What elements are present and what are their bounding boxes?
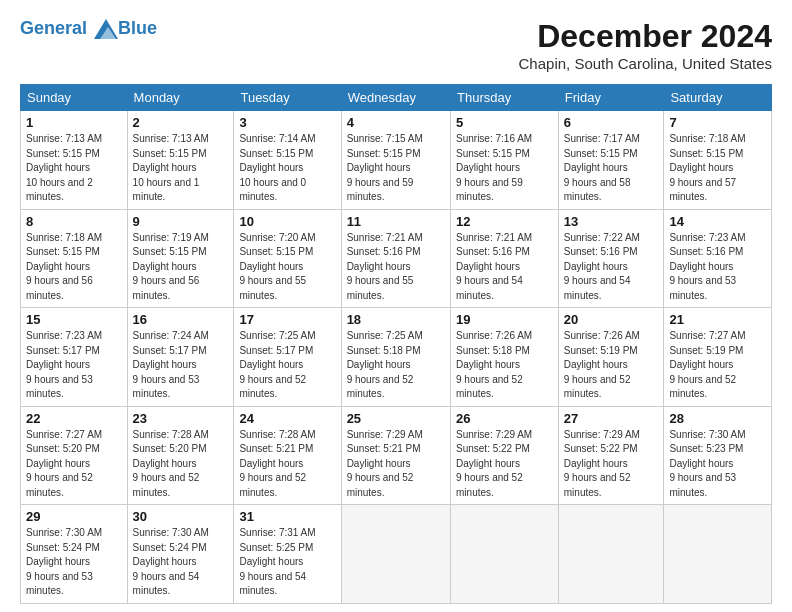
calendar-cell <box>451 505 559 604</box>
day-sun-info: Sunrise: 7:15 AMSunset: 5:15 PMDaylight … <box>347 132 445 205</box>
day-number: 2 <box>133 115 229 130</box>
calendar-cell: 15Sunrise: 7:23 AMSunset: 5:17 PMDayligh… <box>21 308 128 407</box>
calendar-cell <box>341 505 450 604</box>
day-sun-info: Sunrise: 7:18 AMSunset: 5:15 PMDaylight … <box>669 132 766 205</box>
day-number: 29 <box>26 509 122 524</box>
calendar-cell: 24Sunrise: 7:28 AMSunset: 5:21 PMDayligh… <box>234 406 341 505</box>
calendar-body: 1Sunrise: 7:13 AMSunset: 5:15 PMDaylight… <box>21 111 772 604</box>
calendar-cell: 21Sunrise: 7:27 AMSunset: 5:19 PMDayligh… <box>664 308 772 407</box>
day-sun-info: Sunrise: 7:25 AMSunset: 5:18 PMDaylight … <box>347 329 445 402</box>
day-number: 6 <box>564 115 659 130</box>
calendar-cell: 9Sunrise: 7:19 AMSunset: 5:15 PMDaylight… <box>127 209 234 308</box>
calendar-week-3: 15Sunrise: 7:23 AMSunset: 5:17 PMDayligh… <box>21 308 772 407</box>
calendar-cell: 4Sunrise: 7:15 AMSunset: 5:15 PMDaylight… <box>341 111 450 210</box>
calendar-cell: 18Sunrise: 7:25 AMSunset: 5:18 PMDayligh… <box>341 308 450 407</box>
page-header: General Blue December 2024 Chapin, South… <box>20 18 772 72</box>
calendar-cell: 22Sunrise: 7:27 AMSunset: 5:20 PMDayligh… <box>21 406 128 505</box>
calendar-cell: 6Sunrise: 7:17 AMSunset: 5:15 PMDaylight… <box>558 111 664 210</box>
calendar-cell: 8Sunrise: 7:18 AMSunset: 5:15 PMDaylight… <box>21 209 128 308</box>
day-sun-info: Sunrise: 7:28 AMSunset: 5:21 PMDaylight … <box>239 428 335 501</box>
calendar-cell: 12Sunrise: 7:21 AMSunset: 5:16 PMDayligh… <box>451 209 559 308</box>
calendar-cell: 29Sunrise: 7:30 AMSunset: 5:24 PMDayligh… <box>21 505 128 604</box>
day-number: 31 <box>239 509 335 524</box>
calendar-cell: 26Sunrise: 7:29 AMSunset: 5:22 PMDayligh… <box>451 406 559 505</box>
day-sun-info: Sunrise: 7:30 AMSunset: 5:24 PMDaylight … <box>133 526 229 599</box>
day-number: 7 <box>669 115 766 130</box>
day-number: 5 <box>456 115 553 130</box>
weekday-header-thursday: Thursday <box>451 85 559 111</box>
day-sun-info: Sunrise: 7:31 AMSunset: 5:25 PMDaylight … <box>239 526 335 599</box>
calendar-cell: 10Sunrise: 7:20 AMSunset: 5:15 PMDayligh… <box>234 209 341 308</box>
day-number: 20 <box>564 312 659 327</box>
day-sun-info: Sunrise: 7:26 AMSunset: 5:19 PMDaylight … <box>564 329 659 402</box>
day-sun-info: Sunrise: 7:20 AMSunset: 5:15 PMDaylight … <box>239 231 335 304</box>
day-sun-info: Sunrise: 7:18 AMSunset: 5:15 PMDaylight … <box>26 231 122 304</box>
day-sun-info: Sunrise: 7:29 AMSunset: 5:22 PMDaylight … <box>564 428 659 501</box>
day-sun-info: Sunrise: 7:21 AMSunset: 5:16 PMDaylight … <box>456 231 553 304</box>
day-sun-info: Sunrise: 7:14 AMSunset: 5:15 PMDaylight … <box>239 132 335 205</box>
calendar-week-1: 1Sunrise: 7:13 AMSunset: 5:15 PMDaylight… <box>21 111 772 210</box>
calendar-cell: 31Sunrise: 7:31 AMSunset: 5:25 PMDayligh… <box>234 505 341 604</box>
day-sun-info: Sunrise: 7:30 AMSunset: 5:24 PMDaylight … <box>26 526 122 599</box>
day-number: 24 <box>239 411 335 426</box>
calendar-cell: 25Sunrise: 7:29 AMSunset: 5:21 PMDayligh… <box>341 406 450 505</box>
day-number: 17 <box>239 312 335 327</box>
calendar-cell: 5Sunrise: 7:16 AMSunset: 5:15 PMDaylight… <box>451 111 559 210</box>
day-number: 3 <box>239 115 335 130</box>
day-sun-info: Sunrise: 7:21 AMSunset: 5:16 PMDaylight … <box>347 231 445 304</box>
calendar-cell: 30Sunrise: 7:30 AMSunset: 5:24 PMDayligh… <box>127 505 234 604</box>
logo-text: General <box>20 18 118 39</box>
page-container: General Blue December 2024 Chapin, South… <box>0 0 792 612</box>
day-sun-info: Sunrise: 7:16 AMSunset: 5:15 PMDaylight … <box>456 132 553 205</box>
logo-icon <box>94 19 118 39</box>
month-year-title: December 2024 <box>519 18 772 55</box>
calendar-cell <box>558 505 664 604</box>
day-sun-info: Sunrise: 7:29 AMSunset: 5:22 PMDaylight … <box>456 428 553 501</box>
calendar-cell: 1Sunrise: 7:13 AMSunset: 5:15 PMDaylight… <box>21 111 128 210</box>
day-number: 19 <box>456 312 553 327</box>
day-number: 11 <box>347 214 445 229</box>
weekday-header-wednesday: Wednesday <box>341 85 450 111</box>
calendar-cell: 23Sunrise: 7:28 AMSunset: 5:20 PMDayligh… <box>127 406 234 505</box>
calendar-cell: 28Sunrise: 7:30 AMSunset: 5:23 PMDayligh… <box>664 406 772 505</box>
calendar-cell: 7Sunrise: 7:18 AMSunset: 5:15 PMDaylight… <box>664 111 772 210</box>
weekday-header-sunday: Sunday <box>21 85 128 111</box>
calendar-cell <box>664 505 772 604</box>
calendar-cell: 20Sunrise: 7:26 AMSunset: 5:19 PMDayligh… <box>558 308 664 407</box>
weekday-header-monday: Monday <box>127 85 234 111</box>
day-number: 4 <box>347 115 445 130</box>
day-sun-info: Sunrise: 7:24 AMSunset: 5:17 PMDaylight … <box>133 329 229 402</box>
calendar-cell: 16Sunrise: 7:24 AMSunset: 5:17 PMDayligh… <box>127 308 234 407</box>
calendar-cell: 17Sunrise: 7:25 AMSunset: 5:17 PMDayligh… <box>234 308 341 407</box>
day-sun-info: Sunrise: 7:17 AMSunset: 5:15 PMDaylight … <box>564 132 659 205</box>
day-number: 9 <box>133 214 229 229</box>
calendar-week-4: 22Sunrise: 7:27 AMSunset: 5:20 PMDayligh… <box>21 406 772 505</box>
day-number: 22 <box>26 411 122 426</box>
day-number: 10 <box>239 214 335 229</box>
weekday-header-saturday: Saturday <box>664 85 772 111</box>
day-number: 18 <box>347 312 445 327</box>
day-number: 14 <box>669 214 766 229</box>
day-number: 30 <box>133 509 229 524</box>
day-sun-info: Sunrise: 7:29 AMSunset: 5:21 PMDaylight … <box>347 428 445 501</box>
day-sun-info: Sunrise: 7:27 AMSunset: 5:19 PMDaylight … <box>669 329 766 402</box>
day-number: 15 <box>26 312 122 327</box>
day-number: 8 <box>26 214 122 229</box>
title-block: December 2024 Chapin, South Carolina, Un… <box>519 18 772 72</box>
calendar-cell: 14Sunrise: 7:23 AMSunset: 5:16 PMDayligh… <box>664 209 772 308</box>
day-sun-info: Sunrise: 7:13 AMSunset: 5:15 PMDaylight … <box>26 132 122 205</box>
day-number: 13 <box>564 214 659 229</box>
day-number: 25 <box>347 411 445 426</box>
weekday-header-friday: Friday <box>558 85 664 111</box>
day-number: 21 <box>669 312 766 327</box>
day-number: 23 <box>133 411 229 426</box>
day-sun-info: Sunrise: 7:23 AMSunset: 5:16 PMDaylight … <box>669 231 766 304</box>
day-sun-info: Sunrise: 7:28 AMSunset: 5:20 PMDaylight … <box>133 428 229 501</box>
location-subtitle: Chapin, South Carolina, United States <box>519 55 772 72</box>
day-number: 28 <box>669 411 766 426</box>
calendar-cell: 13Sunrise: 7:22 AMSunset: 5:16 PMDayligh… <box>558 209 664 308</box>
day-sun-info: Sunrise: 7:30 AMSunset: 5:23 PMDaylight … <box>669 428 766 501</box>
day-sun-info: Sunrise: 7:25 AMSunset: 5:17 PMDaylight … <box>239 329 335 402</box>
day-number: 16 <box>133 312 229 327</box>
calendar-cell: 19Sunrise: 7:26 AMSunset: 5:18 PMDayligh… <box>451 308 559 407</box>
